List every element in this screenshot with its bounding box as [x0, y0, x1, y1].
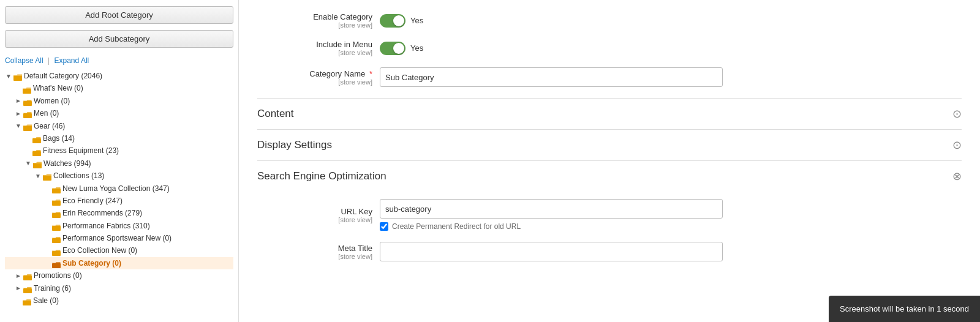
display-settings-title: Display Settings — [257, 139, 332, 151]
tree-item-label: New Luma Yoga Collection (347) — [62, 182, 170, 195]
tree-item[interactable]: Bags (14) — [5, 132, 233, 144]
tree-item-label: What's New (0) — [33, 82, 83, 94]
content-section-toggle[interactable]: ⊙ — [952, 107, 962, 121]
svg-rect-6 — [52, 201, 61, 206]
tree-item[interactable]: Eco Collection New (0) — [5, 244, 233, 256]
url-key-input[interactable] — [380, 199, 723, 219]
svg-rect-8 — [52, 226, 61, 231]
expand-icon[interactable]: ▼ — [5, 72, 12, 80]
tree-item[interactable]: ▼ Gear (46) — [5, 120, 233, 132]
svg-rect-2 — [23, 113, 32, 118]
expand-icon[interactable]: ► — [15, 285, 22, 292]
tree-item[interactable]: Eco Friendly (247) — [5, 195, 233, 207]
category-name-input[interactable] — [380, 67, 723, 87]
tree-item[interactable]: Sale (0) — [5, 294, 233, 307]
tree-item[interactable]: Fitness Equipment (23) — [5, 144, 233, 157]
tree-item[interactable]: ▼ Collections (13) — [5, 170, 233, 182]
tree-item-label: Gear (46) — [34, 120, 65, 132]
folder-icon — [51, 247, 61, 255]
expand-icon[interactable]: ► — [15, 272, 22, 279]
tree-item-label: Eco Collection New (0) — [62, 244, 137, 256]
folder-icon — [22, 297, 32, 304]
add-subcategory-button[interactable]: Add Subcategory — [5, 30, 233, 48]
tree-item[interactable]: ► Training (6) — [5, 282, 233, 294]
tree-item-label: Fitness Equipment (23) — [43, 144, 119, 157]
folder-icon — [23, 285, 32, 292]
folder-icon — [51, 234, 61, 242]
category-tree-panel: Add Root Category Add Subcategory Collap… — [0, 0, 239, 322]
tree-item[interactable]: ► Men (0) — [5, 107, 233, 119]
tree-item-label: Performance Fabrics (310) — [62, 220, 150, 232]
tree-item-label: Sub Category (0) — [62, 257, 121, 269]
display-settings-section-header: Display Settings ⊙ — [257, 129, 962, 158]
expand-icon[interactable]: ▼ — [15, 122, 22, 130]
tree-item[interactable]: New Luma Yoga Collection (347) — [5, 182, 233, 195]
enable-category-toggle[interactable] — [380, 14, 405, 28]
svg-rect-14 — [23, 301, 31, 305]
required-indicator: * — [369, 69, 372, 78]
enable-category-toggle-container: Yes — [380, 14, 423, 28]
folder-icon — [42, 172, 52, 179]
folder-icon — [23, 97, 32, 105]
enable-category-label: Enable Category [store view] — [257, 12, 380, 29]
divider: | — [48, 56, 50, 65]
tree-item[interactable]: Sub Category (0) — [5, 257, 233, 269]
category-tree: ▼ Default Category (2046) What's New (0)… — [5, 70, 233, 307]
svg-rect-5 — [52, 189, 61, 193]
tree-item[interactable]: ► Women (0) — [5, 95, 233, 107]
enable-category-row: Enable Category [store view] Yes — [257, 12, 962, 29]
seo-toggle[interactable]: ⊗ — [952, 170, 962, 183]
url-key-container: Create Permanent Redirect for old URL — [380, 199, 723, 231]
tree-item-label: Sale (0) — [33, 294, 59, 307]
toast-message: Screenshot will be taken in 1 second — [840, 304, 969, 313]
tree-item[interactable]: Erin Recommends (279) — [5, 207, 233, 219]
svg-rect-13 — [23, 288, 32, 293]
include-menu-value: Yes — [410, 43, 423, 53]
content-section-header: Content ⊙ — [257, 98, 962, 127]
folder-icon — [13, 72, 23, 80]
tree-item[interactable]: Performance Fabrics (310) — [5, 220, 233, 232]
display-settings-toggle[interactable]: ⊙ — [952, 138, 962, 152]
folder-icon — [51, 197, 61, 204]
tree-item-label: Promotions (0) — [34, 269, 82, 282]
expand-icon[interactable]: ► — [15, 110, 22, 117]
seo-title: Search Engine Optimization — [257, 170, 386, 182]
meta-title-input[interactable] — [380, 242, 723, 261]
tree-item-label: Default Category (2046) — [24, 70, 102, 82]
svg-rect-0 — [23, 89, 31, 94]
svg-rect-1 — [23, 101, 32, 106]
expand-icon[interactable]: ► — [15, 97, 22, 105]
expand-icon[interactable]: ▼ — [24, 160, 32, 167]
folder-icon — [23, 110, 32, 117]
expand-all-link[interactable]: Expand All — [55, 56, 89, 65]
svg-rect-10 — [52, 251, 61, 256]
svg-rect-12 — [23, 275, 32, 280]
tree-item-label: Women (0) — [34, 95, 70, 107]
svg-rect-4 — [32, 151, 41, 156]
folder-icon — [51, 209, 61, 217]
tree-item-label: Men (0) — [34, 107, 59, 119]
tree-item[interactable]: Performance Sportswear New (0) — [5, 232, 233, 244]
add-root-category-button[interactable]: Add Root Category — [5, 6, 233, 24]
tree-item-label: Erin Recommends (279) — [62, 207, 142, 219]
tree-item[interactable]: ▼ Watches (994) — [5, 157, 233, 170]
url-key-row: URL Key [store view] Create Permanent Re… — [257, 199, 962, 231]
tree-item-label: Eco Friendly (247) — [62, 195, 123, 207]
content-section-title: Content — [257, 108, 294, 120]
category-name-label: Category Name * [store view] — [257, 69, 380, 86]
folder-icon — [51, 260, 61, 267]
tree-item[interactable]: What's New (0) — [5, 82, 233, 94]
redirect-label: Create Permanent Redirect for old URL — [392, 222, 521, 231]
seo-section-header: Search Engine Optimization ⊗ — [257, 160, 962, 189]
meta-title-row: Meta Title [store view] — [257, 242, 962, 261]
tree-item[interactable]: ► Promotions (0) — [5, 269, 233, 282]
folder-icon — [51, 185, 61, 192]
tree-item-label: Performance Sportswear New (0) — [62, 232, 172, 244]
collapse-all-link[interactable]: Collapse All — [5, 56, 43, 65]
tree-item-label: Collections (13) — [53, 170, 104, 182]
redirect-checkbox[interactable] — [380, 222, 388, 231]
tree-item[interactable]: ▼ Default Category (2046) — [5, 70, 233, 82]
include-menu-toggle[interactable] — [380, 42, 405, 55]
expand-icon[interactable]: ▼ — [34, 172, 42, 179]
folder-icon — [23, 122, 32, 130]
